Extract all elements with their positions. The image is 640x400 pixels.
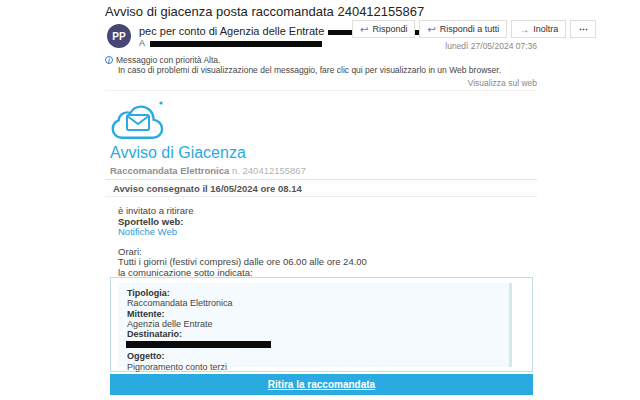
email-reading-pane: Avviso di giacenza posta raccomandata 24…	[0, 0, 640, 400]
email-subject: Avviso di giacenza posta raccomandata 24…	[105, 4, 424, 19]
more-actions-button[interactable]: ⋯	[570, 20, 596, 38]
cta-label: Ritira la raccomandata	[268, 379, 375, 390]
info-icon: i	[105, 56, 113, 64]
delivered-banner: Avviso consegnato il 16/05/2024 ore 08.1…	[105, 179, 537, 197]
notifiche-web-link[interactable]: Notifiche Web	[118, 227, 367, 238]
priority-text: Messaggio con priorità Alta.	[116, 55, 220, 65]
reply-all-button[interactable]: ↩ Rispondi a tutti	[419, 20, 507, 38]
view-on-web-link[interactable]: Visualizza sul web	[468, 78, 537, 88]
raccomandata-details-box: Tipologia: Raccomandata Elettronica Mitt…	[110, 277, 533, 372]
invite-text: è invitato a ritirare	[118, 206, 367, 217]
raccomandata-number: Raccomandata Elettronica n. 240412155867	[110, 165, 306, 176]
redacted-destinatario	[126, 341, 271, 348]
to-label: A	[139, 38, 145, 48]
avviso-title: Avviso di Giacenza	[110, 144, 246, 162]
priority-notice: iMessaggio con priorità Alta. In caso di…	[105, 56, 501, 75]
forward-button[interactable]: → Inoltra	[511, 20, 566, 38]
reply-icon: ↩	[360, 24, 368, 35]
message-actions: ↩ Rispondi ↩ Rispondi a tutti → Inoltra …	[348, 20, 596, 38]
delivered-text: Avviso consegnato il 16/05/2024 ore 08.1…	[113, 183, 302, 194]
reply-all-icon: ↩	[427, 24, 435, 35]
orari-text: Tutti i giorni (festivi compresi) dalle …	[118, 257, 367, 268]
tipologia-label: Tipologia:	[127, 288, 509, 298]
recipient-line: A	[139, 38, 322, 48]
oggetto-value: Pignoramento conto terzi	[127, 362, 509, 372]
tipologia-value: Raccomandata Elettronica	[127, 298, 509, 308]
oggetto-label: Oggetto:	[127, 351, 509, 361]
ritira-raccomandata-button[interactable]: Ritira la raccomandata	[110, 374, 533, 395]
destinatario-label: Destinatario:	[127, 329, 509, 339]
reply-button[interactable]: ↩ Rispondi	[352, 20, 415, 38]
sender-name[interactable]: pec per conto di Agenzia delle Entrate	[139, 25, 324, 37]
header-divider	[105, 90, 537, 91]
details-panel: Tipologia: Raccomandata Elettronica Mitt…	[118, 283, 512, 367]
cloud-envelope-logo-icon	[110, 98, 168, 148]
mittente-value: Agenzia delle Entrate	[127, 319, 509, 329]
mittente-label: Mittente:	[127, 309, 509, 319]
forward-icon: →	[519, 24, 529, 35]
message-body-text: è invitato a ritirare Sportello web: Not…	[118, 206, 367, 278]
message-date: lunedì 27/05/2024 07:36	[445, 41, 537, 51]
redacted-recipient-address	[150, 41, 322, 47]
sender-avatar[interactable]: PP	[107, 24, 131, 48]
webview-hint-text: In caso di problemi di visualizzazione d…	[118, 66, 501, 76]
